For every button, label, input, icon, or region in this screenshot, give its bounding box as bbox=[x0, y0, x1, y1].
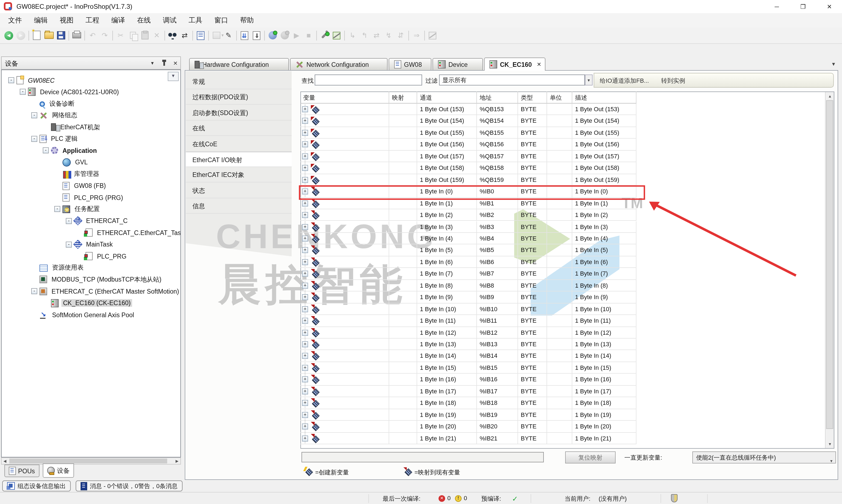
menu-item-8[interactable]: 窗口 bbox=[208, 13, 234, 28]
table-vertical-scrollbar[interactable]: ▲ ▼ bbox=[825, 92, 834, 448]
menu-item-9[interactable]: 帮助 bbox=[234, 13, 260, 28]
build-button[interactable] bbox=[239, 29, 250, 41]
forward-button[interactable]: ▶ bbox=[15, 29, 27, 41]
expander-icon[interactable]: - bbox=[31, 288, 37, 294]
tree-item-device-ac801-0221-u0r0[interactable]: -Device (AC801-0221-U0R0) bbox=[2, 86, 181, 98]
open-project-button[interactable] bbox=[43, 29, 55, 41]
panel-tab-pous[interactable]: POUs bbox=[4, 465, 39, 477]
tree-item-plc-prg-prg[interactable]: PLC_PRG (PRG) bbox=[2, 192, 181, 203]
generate-code-button[interactable] bbox=[250, 29, 263, 41]
expand-icon[interactable]: + bbox=[302, 412, 308, 418]
expand-icon[interactable]: + bbox=[302, 188, 308, 195]
scroll-down-icon[interactable]: ▼ bbox=[827, 441, 833, 447]
table-row[interactable]: +1 Byte In (17)%IB17BYTE1 Byte In (17) bbox=[300, 386, 636, 397]
tree-item-maintask[interactable]: -MainTask bbox=[2, 238, 181, 250]
table-row[interactable]: +1 Byte In (15)%IB15BYTE1 Byte In (15) bbox=[300, 362, 636, 374]
table-row[interactable]: +1 Byte Out (153)%QB153BYTE1 Byte Out (1… bbox=[300, 104, 636, 115]
input-assistant-button[interactable] bbox=[195, 29, 207, 41]
expand-icon[interactable]: + bbox=[302, 247, 308, 253]
doc-tab-gw08[interactable]: GW08 bbox=[389, 58, 432, 70]
redo-button[interactable]: ↷ bbox=[99, 29, 111, 41]
table-row[interactable]: +1 Byte In (2)%IB2BYTE1 Byte In (2) bbox=[300, 209, 636, 221]
back-button[interactable]: ◀ bbox=[3, 29, 15, 41]
expand-icon[interactable]: + bbox=[302, 353, 308, 359]
expand-icon[interactable]: + bbox=[302, 377, 308, 383]
table-row[interactable]: +1 Byte In (3)%IB3BYTE1 Byte In (3) bbox=[300, 221, 636, 233]
step-out-button[interactable]: ↰ bbox=[358, 29, 371, 41]
tools-button[interactable] bbox=[318, 29, 331, 41]
table-row[interactable]: +1 Byte In (16)%IB16BYTE1 Byte In (16) bbox=[300, 374, 636, 386]
expand-icon[interactable]: + bbox=[302, 106, 308, 112]
dropdown-arrow-icon[interactable]: ▼ bbox=[829, 456, 833, 464]
expander-icon[interactable]: - bbox=[43, 148, 49, 154]
scroll-right-icon[interactable]: ▶ bbox=[174, 458, 180, 464]
expand-icon[interactable]: + bbox=[302, 130, 308, 136]
edit-object-button[interactable]: ✎ bbox=[223, 29, 234, 41]
declarations-button[interactable] bbox=[211, 29, 223, 41]
column-header-2[interactable]: 通道 bbox=[417, 91, 477, 104]
table-row[interactable]: +1 Byte Out (159)%QB159BYTE1 Byte Out (1… bbox=[300, 174, 636, 186]
menu-item-1[interactable]: 编辑 bbox=[28, 13, 54, 28]
tree-item-plc[interactable]: -PLC 逻辑 bbox=[2, 133, 181, 145]
expand-icon[interactable]: + bbox=[302, 142, 308, 148]
tree-item-gw08ec[interactable]: -GW08EC bbox=[2, 74, 181, 86]
tree-item-11[interactable]: -任务配置 bbox=[2, 203, 181, 215]
table-row[interactable]: +1 Byte In (8)%IB8BYTE1 Byte In (8) bbox=[300, 280, 636, 292]
nav-item-ethercat-i-o[interactable]: EtherCAT I/O映射 bbox=[186, 152, 292, 167]
nav-item-8[interactable]: 信息 bbox=[186, 198, 292, 214]
expand-icon[interactable]: + bbox=[302, 165, 308, 171]
undo-button[interactable]: ↶ bbox=[87, 29, 99, 41]
tree-item-ck-ec160-ck-ec160[interactable]: CK_EC160 (CK-EC160) bbox=[2, 297, 181, 309]
table-row[interactable]: +1 Byte In (9)%IB9BYTE1 Byte In (9) bbox=[300, 291, 636, 303]
expand-icon[interactable]: + bbox=[302, 154, 308, 159]
goto-instance-button[interactable]: 转到实例 bbox=[661, 77, 685, 85]
scrollbar-thumb[interactable] bbox=[9, 458, 167, 464]
column-header-1[interactable]: 映射 bbox=[389, 91, 417, 104]
nav-item-7[interactable]: 状态 bbox=[186, 183, 292, 198]
table-row[interactable]: +1 Byte In (12)%IB12BYTE1 Byte In (12) bbox=[300, 327, 636, 339]
tab-close-icon[interactable]: ✕ bbox=[537, 61, 541, 67]
add-fb-button[interactable]: 给IO通道添加FB... bbox=[600, 77, 649, 85]
expand-icon[interactable]: + bbox=[302, 341, 308, 347]
nav-item-ethercat-iec[interactable]: EtherCAT IEC对象 bbox=[186, 167, 292, 183]
expander-icon[interactable]: - bbox=[8, 77, 14, 83]
table-row[interactable]: +1 Byte In (11)%IB11BYTE1 Byte In (11) bbox=[300, 315, 636, 327]
stop-button[interactable]: ■ bbox=[303, 29, 315, 41]
tree-horizontal-scrollbar[interactable]: ◀ ▶ bbox=[1, 457, 181, 465]
expander-icon[interactable]: - bbox=[20, 89, 26, 95]
table-row[interactable]: +1 Byte In (14)%IB14BYTE1 Byte In (14) bbox=[300, 350, 636, 362]
start-button[interactable]: ▶ bbox=[291, 29, 303, 41]
menu-item-4[interactable]: 编译 bbox=[105, 13, 131, 28]
expander-icon[interactable]: - bbox=[66, 218, 72, 224]
expand-icon[interactable]: + bbox=[302, 118, 308, 124]
login-button[interactable] bbox=[266, 29, 279, 41]
table-row[interactable]: +1 Byte Out (154)%QB154BYTE1 Byte Out (1… bbox=[300, 115, 636, 127]
expand-icon[interactable]: + bbox=[302, 224, 308, 230]
expand-icon[interactable]: + bbox=[302, 283, 308, 289]
expand-icon[interactable]: + bbox=[302, 294, 308, 300]
tree-item-plc-prg[interactable]: PLC_PRG bbox=[2, 250, 181, 262]
expand-icon[interactable]: + bbox=[302, 400, 308, 406]
doc-tab-hardware-configuration[interactable]: Hardware Configuration bbox=[189, 58, 289, 70]
table-row[interactable]: +1 Byte In (1)%IB1BYTE1 Byte In (1) bbox=[300, 198, 636, 209]
menu-item-3[interactable]: 工程 bbox=[80, 13, 105, 28]
expand-icon[interactable]: + bbox=[302, 435, 308, 441]
table-row[interactable]: +1 Byte In (7)%IB7BYTE1 Byte In (7) bbox=[300, 268, 636, 280]
bottom-button-0-0-0[interactable]: 消息 - 0个错误，0警告，0条消息 bbox=[76, 481, 182, 491]
table-row[interactable]: +1 Byte In (6)%IB6BYTE1 Byte In (6) bbox=[300, 256, 636, 268]
new-project-button[interactable] bbox=[31, 29, 43, 41]
edit-offline-button[interactable] bbox=[331, 29, 343, 41]
panel-tab-1[interactable]: 设备 bbox=[43, 464, 74, 478]
nav-item-0[interactable]: 常规 bbox=[186, 74, 292, 89]
column-header-3[interactable]: 地址 bbox=[477, 91, 518, 104]
step-into-button[interactable]: ↳ bbox=[347, 29, 358, 41]
print-button[interactable] bbox=[71, 29, 83, 41]
bottom-button-0[interactable]: 组态设备信息输出 bbox=[2, 481, 71, 491]
tree-item-gvl[interactable]: GVL bbox=[2, 157, 181, 168]
find-input[interactable] bbox=[315, 74, 422, 86]
logout-button[interactable] bbox=[279, 29, 291, 41]
expander-icon[interactable]: - bbox=[31, 136, 37, 142]
filter-dropdown-icon[interactable]: ▼ bbox=[585, 74, 593, 86]
close-button[interactable]: ✕ bbox=[820, 0, 839, 13]
nav-item-pdo[interactable]: 过程数据(PDO设置) bbox=[186, 90, 292, 105]
